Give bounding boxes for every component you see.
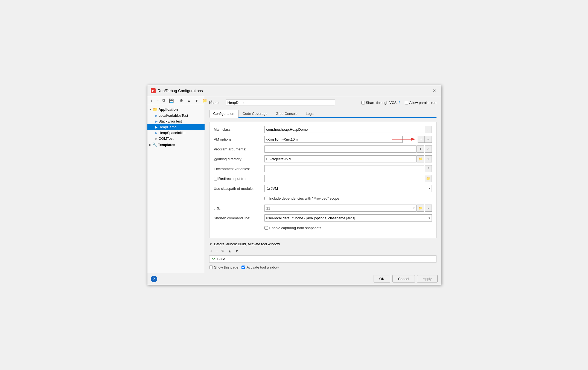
dialog-title: Run/Debug Configurations (158, 89, 203, 93)
tree-item-oomtest[interactable]: ▶ OOMTest (147, 136, 205, 141)
save-config-button[interactable]: 💾 (168, 98, 175, 104)
add-config-button[interactable]: + (149, 98, 154, 104)
jre-select[interactable]: 11 (264, 205, 417, 212)
tab-grep-console[interactable]: Grep Console (272, 110, 302, 118)
env-vars-edit-button[interactable]: ⋮ (425, 165, 432, 172)
jre-select-group: 11 📁 ▾ (264, 205, 432, 212)
wrench-icon: 🔧 (152, 142, 157, 147)
ok-button[interactable]: OK (374, 275, 390, 282)
config-form: Main class: … VM options: (209, 122, 436, 238)
env-vars-input[interactable] (264, 165, 424, 172)
close-button[interactable]: ✕ (431, 88, 438, 94)
build-icon: ⚒ (212, 257, 215, 261)
tree-item-stackerrortest[interactable]: ▶ StackErrorTest (147, 118, 205, 124)
tab-configuration[interactable]: Configuration (209, 110, 238, 118)
before-launch-movedown-button[interactable]: ▼ (234, 248, 240, 254)
apply-button[interactable]: Apply (417, 275, 438, 282)
jre-browse-button[interactable]: 📁 (417, 205, 424, 212)
config-tree: ▼ 📁 Application ▶ LocalVariablesTest ▶ S… (147, 105, 205, 273)
working-dir-row: Working directory: 📁 ▾ (214, 155, 432, 162)
file-icon-localvariablestest: ▶ (155, 114, 158, 118)
title-bar-left: ▶ Run/Debug Configurations (151, 88, 203, 93)
allow-parallel-label: Allow parallel run (409, 101, 436, 105)
classpath-select-wrapper: 🗂 JVM (264, 185, 432, 192)
shorten-cmd-row: Shorten command line: user-local default… (214, 214, 432, 222)
redirect-label-group: Redirect input from: (214, 177, 264, 181)
shorten-cmd-label: Shorten command line: (214, 216, 264, 220)
before-launch-edit-button[interactable]: ✎ (220, 248, 226, 254)
cancel-button[interactable]: Cancel (392, 275, 415, 282)
jre-expand-button[interactable]: ▾ (425, 205, 432, 212)
before-launch-chevron[interactable]: ▼ (209, 242, 213, 246)
before-launch-add-button[interactable]: + (209, 248, 214, 254)
name-label: Name: (209, 101, 223, 105)
classpath-select[interactable]: 🗂 JVM (264, 185, 432, 192)
before-launch-title: Before launch: Build, Activate tool wind… (214, 242, 280, 246)
app-icon: ▶ (151, 88, 156, 93)
show-page-checkbox[interactable] (209, 266, 213, 269)
main-class-input-group: … (264, 126, 432, 133)
top-row: Name: Share through VCS ? Allow parallel… (209, 100, 436, 106)
help-button[interactable]: ? (151, 276, 157, 282)
tab-bar: Configuration Code Coverage Grep Console… (209, 109, 436, 118)
classpath-label: Use classpath of module: (214, 187, 264, 191)
vm-options-input[interactable] (264, 136, 403, 143)
vm-options-expand-button[interactable]: ⤢ (425, 136, 432, 143)
before-launch-moveup-button[interactable]: ▲ (227, 248, 233, 254)
redirect-input-label: Redirect input from: (219, 177, 249, 181)
env-vars-input-group: ⋮ (264, 165, 432, 172)
tree-item-label-localvariablestest: LocalVariablesTest (159, 113, 188, 118)
program-args-expand-button[interactable]: ⤢ (425, 145, 432, 153)
before-launch-section: ▼ Before launch: Build, Activate tool wi… (209, 242, 436, 269)
activate-window-checkbox[interactable] (241, 266, 245, 269)
move-up-button[interactable]: ▲ (186, 98, 192, 104)
tree-item-heapspaceinitial[interactable]: ▶ HeapSpaceInitial (147, 130, 205, 136)
tree-item-label-heapdemo: HeapDemo (159, 125, 177, 129)
include-deps-checkbox[interactable] (264, 197, 268, 200)
tab-logs[interactable]: Logs (302, 110, 318, 118)
working-dir-label: Working directory: (214, 157, 264, 161)
remove-config-button[interactable]: − (155, 98, 160, 104)
working-dir-browse-button[interactable]: 📁 (417, 155, 424, 162)
working-dir-expand-button[interactable]: ▾ (425, 155, 432, 162)
tab-code-coverage[interactable]: Code Coverage (238, 110, 272, 118)
move-down-button[interactable]: ▼ (193, 98, 200, 104)
shorten-cmd-select-wrapper: user-local default: none - java [options… (264, 214, 432, 222)
program-args-input[interactable] (264, 145, 417, 153)
share-vcs-checkbox[interactable] (361, 101, 365, 104)
name-input[interactable] (226, 100, 335, 106)
redirect-input-browse-button[interactable]: 📁 (425, 175, 432, 182)
main-class-browse-button[interactable]: … (425, 126, 432, 133)
application-group[interactable]: ▼ 📁 Application (147, 106, 205, 113)
before-launch-remove-button[interactable]: − (215, 248, 219, 254)
working-dir-input[interactable] (264, 155, 417, 162)
file-icon-heapspaceinitial: ▶ (155, 131, 158, 135)
env-vars-row: Environment variables: ⋮ (214, 165, 432, 172)
name-row: Name: (209, 100, 359, 106)
redirect-input-group: 📁 (264, 175, 432, 182)
settings-button[interactable]: ⚙ (178, 98, 185, 104)
redirect-input-row: Redirect input from: 📁 (214, 175, 432, 182)
redirect-input-input[interactable] (264, 175, 424, 182)
jre-label: JRE: (214, 206, 264, 210)
file-icon-oomtest: ▶ (155, 137, 158, 141)
share-vcs-help-icon[interactable]: ? (398, 101, 400, 105)
title-bar: ▶ Run/Debug Configurations ✕ (147, 85, 441, 96)
tree-item-localvariablestest[interactable]: ▶ LocalVariablesTest (147, 113, 205, 118)
redirect-input-checkbox[interactable] (214, 177, 217, 180)
copy-config-button[interactable]: ⧉ (161, 97, 167, 104)
vm-options-add-button[interactable]: + (418, 136, 425, 143)
main-content: + − ⧉ 💾 ⚙ ▲ ▼ 📁 ↕ ▼ 📁 Application (147, 96, 441, 273)
main-class-input[interactable] (264, 126, 424, 133)
enable-capturing-checkbox[interactable] (264, 226, 268, 230)
allow-parallel-checkbox[interactable] (405, 101, 408, 104)
jre-select-wrapper: 11 (264, 205, 417, 212)
activate-window-label: Activate tool window (241, 265, 279, 269)
shorten-cmd-select[interactable]: user-local default: none - java [options… (264, 214, 432, 222)
program-args-add-button[interactable]: + (417, 145, 424, 153)
templates-group-label: Templates (158, 143, 175, 147)
tree-item-heapdemo[interactable]: ▶ HeapDemo (147, 124, 205, 130)
run-debug-dialog: ▶ Run/Debug Configurations ✕ + − ⧉ 💾 ⚙ ▲… (147, 85, 441, 285)
templates-group[interactable]: ▶ 🔧 Templates (147, 141, 205, 148)
right-panel: Name: Share through VCS ? Allow parallel… (205, 96, 441, 273)
